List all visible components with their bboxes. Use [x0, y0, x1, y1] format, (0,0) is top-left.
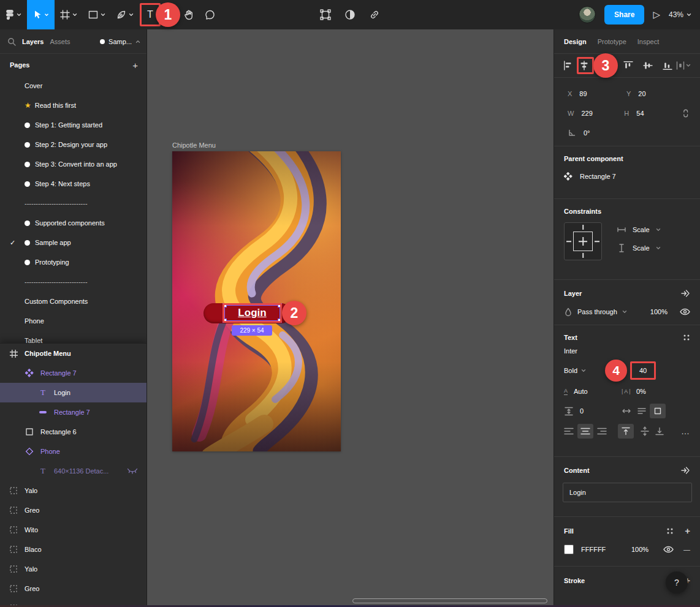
- page-item-custom-components[interactable]: Custom Components: [0, 292, 146, 311]
- font-family-select[interactable]: Inter: [554, 342, 700, 360]
- x-field[interactable]: X 89: [568, 90, 626, 97]
- page-selector[interactable]: Samp...: [100, 38, 140, 45]
- hand-tool[interactable]: [178, 0, 199, 29]
- type-details-button[interactable]: …: [681, 426, 690, 436]
- align-bottom-icon[interactable]: [663, 61, 672, 70]
- add-fill-icon[interactable]: +: [685, 526, 690, 536]
- page-item-cover[interactable]: Cover: [0, 76, 146, 96]
- remove-fill-icon[interactable]: —: [683, 546, 690, 553]
- layer-row-phone-instance[interactable]: Phone: [0, 442, 146, 461]
- avatar[interactable]: [579, 6, 596, 23]
- page-item-divider[interactable]: ----------------------------: [0, 194, 146, 213]
- font-weight-select[interactable]: Bold: [564, 367, 577, 374]
- text-align-center-button[interactable]: [577, 424, 593, 439]
- fill-opacity-value[interactable]: 100%: [631, 546, 649, 553]
- tab-layers[interactable]: Layers: [22, 38, 44, 45]
- page-item-phone[interactable]: Phone: [0, 311, 146, 331]
- layer-row-rectangle7-component[interactable]: Rectangle 7: [0, 363, 146, 383]
- layer-row-yalo-2[interactable]: Yalo: [0, 559, 146, 579]
- share-button[interactable]: Share: [604, 5, 644, 25]
- line-height-value[interactable]: Auto: [574, 388, 588, 395]
- layer-row-greo-1[interactable]: Greo: [0, 500, 146, 520]
- align-left-icon[interactable]: [563, 61, 573, 70]
- page-item-supported-components[interactable]: Supported components: [0, 213, 146, 233]
- style-arrow-icon[interactable]: [680, 288, 690, 298]
- layer-row-yalo-1[interactable]: Yalo: [0, 481, 146, 500]
- mask-icon[interactable]: [344, 9, 356, 20]
- pen-tool[interactable]: [111, 0, 139, 29]
- style-arrow-icon[interactable]: [680, 466, 690, 475]
- canvas[interactable]: Chipotle Menu Login 2 229 × 54: [147, 29, 554, 607]
- horizontal-constraint-select[interactable]: Scale: [617, 225, 661, 235]
- width-field[interactable]: W 229: [568, 110, 624, 117]
- parent-component-row[interactable]: Rectangle 7: [554, 162, 700, 190]
- page-item-divider[interactable]: ----------------------------: [0, 272, 146, 292]
- auto-width-icon[interactable]: [622, 408, 631, 414]
- link-icon[interactable]: [369, 9, 380, 20]
- page-item-read-this-first[interactable]: ★ Read this first: [0, 96, 146, 115]
- fill-color-swatch[interactable]: [564, 545, 574, 554]
- tab-design[interactable]: Design: [564, 38, 587, 45]
- vertical-align-middle-icon[interactable]: [640, 426, 650, 436]
- comment-tool[interactable]: [199, 0, 221, 29]
- align-top-icon[interactable]: [623, 61, 633, 70]
- vertical-align-top-button[interactable]: [618, 424, 634, 439]
- vertical-align-bottom-icon[interactable]: [655, 426, 664, 436]
- text-selection-box[interactable]: Login: [224, 305, 280, 321]
- shape-tool[interactable]: [83, 0, 111, 29]
- layer-row-rectangle7[interactable]: Rectangle 7: [0, 402, 146, 422]
- page-item-step3[interactable]: Step 3: Convert into an app: [0, 154, 146, 174]
- add-page-icon[interactable]: +: [132, 60, 138, 70]
- layer-opacity-value[interactable]: 100%: [650, 308, 668, 315]
- content-input[interactable]: [563, 483, 692, 502]
- page-item-step1[interactable]: Step 1: Getting started: [0, 115, 146, 135]
- frame-tool[interactable]: [55, 0, 83, 29]
- page-item-step4[interactable]: Step 4: Next steps: [0, 174, 146, 194]
- frame-label[interactable]: Chipotle Menu: [172, 141, 216, 149]
- layer-row-greo-2[interactable]: Greo: [0, 579, 146, 598]
- y-field[interactable]: Y 20: [626, 90, 685, 97]
- vertical-constraint-select[interactable]: Scale: [617, 243, 661, 253]
- fixed-size-button[interactable]: [650, 404, 666, 418]
- align-vertical-center-icon[interactable]: [643, 61, 653, 70]
- tab-prototype[interactable]: Prototype: [598, 38, 626, 45]
- search-icon[interactable]: [7, 37, 16, 46]
- page-item-prototyping[interactable]: Prototyping: [0, 252, 146, 272]
- layer-row-login[interactable]: T Login: [0, 383, 146, 402]
- letter-spacing-value[interactable]: 0%: [636, 388, 646, 395]
- blend-mode-row[interactable]: Pass through 100%: [554, 298, 700, 325]
- eye-icon[interactable]: [680, 308, 690, 315]
- text-align-left-icon[interactable]: [564, 426, 574, 436]
- help-button[interactable]: ?: [666, 571, 688, 594]
- zoom-control[interactable]: 43%: [669, 10, 691, 19]
- horizontal-scrollbar[interactable]: [352, 598, 547, 603]
- layer-row-blaco[interactable]: Blaco: [0, 540, 146, 559]
- paragraph-spacing-value[interactable]: 0: [580, 407, 584, 415]
- align-horizontal-center-icon[interactable]: [579, 61, 589, 70]
- tab-inspect[interactable]: Inspect: [637, 38, 659, 45]
- fill-styles-icon[interactable]: [666, 527, 674, 535]
- constraints-widget[interactable]: [564, 222, 602, 260]
- text-tool[interactable]: T 1: [139, 0, 161, 29]
- page-item-step2[interactable]: Step 2: Design your app: [0, 135, 146, 154]
- tab-assets[interactable]: Assets: [50, 38, 70, 45]
- eye-icon[interactable]: [663, 546, 674, 553]
- text-styles-icon[interactable]: [683, 334, 690, 341]
- height-field[interactable]: H 54: [624, 110, 680, 117]
- selection-handle[interactable]: [223, 303, 227, 307]
- selection-handle[interactable]: [223, 319, 227, 323]
- selection-handle[interactable]: [278, 303, 282, 307]
- layer-row-rectangle6[interactable]: Rectangle 6: [0, 422, 146, 442]
- edit-object-icon[interactable]: [320, 9, 331, 20]
- hidden-eye-icon[interactable]: [127, 468, 138, 474]
- selection-handle[interactable]: [278, 319, 282, 323]
- rotation-field[interactable]: 0°: [568, 129, 626, 137]
- font-size-field[interactable]: 40: [630, 361, 656, 380]
- phone-frame[interactable]: Login 2 229 × 54: [172, 151, 341, 451]
- distribute-menu-icon[interactable]: [676, 61, 691, 70]
- main-menu-button[interactable]: [0, 0, 27, 29]
- present-play-icon[interactable]: ▷: [653, 9, 660, 20]
- constrain-proportions-icon[interactable]: [681, 108, 690, 118]
- move-tool[interactable]: [27, 0, 55, 29]
- fill-hex-value[interactable]: FFFFFF: [581, 546, 619, 553]
